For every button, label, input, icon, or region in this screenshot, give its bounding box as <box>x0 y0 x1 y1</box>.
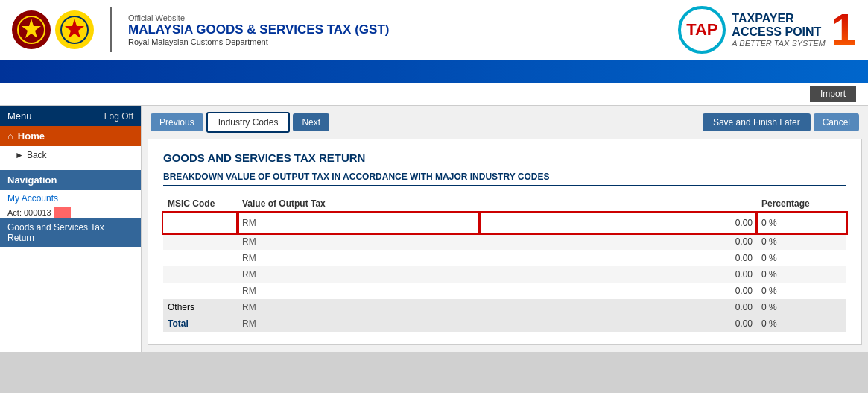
tap-text: TAXPAYER ACCESS POINT A BETTER TAX SYSTE… <box>732 12 825 48</box>
site-title: MALAYSIA GOODS & SERVICES TAX (GST) <box>128 22 389 37</box>
table-row: RM 0.00 0 % <box>163 233 846 250</box>
pct-cell: 0 % <box>757 233 846 250</box>
rm-label: RM <box>238 250 479 266</box>
value-cell: 0.00 <box>479 250 757 266</box>
pct-cell: 0 % <box>757 250 846 266</box>
act-label: Act: 000013 <box>0 207 141 218</box>
navigation-header: Navigation <box>0 170 141 190</box>
nav-bar <box>0 60 868 83</box>
msic-cell <box>163 266 238 283</box>
form-title: GOODS AND SERVICES TAX RETURN <box>163 151 846 164</box>
main-layout: Menu Log Off ⌂ Home ► Back Navigation My… <box>0 106 868 352</box>
total-row: Total RM 0.00 0 % <box>163 315 846 332</box>
industry-codes-button[interactable]: Industry Codes <box>206 112 291 133</box>
cancel-button[interactable]: Cancel <box>814 113 859 131</box>
logos <box>12 10 94 49</box>
col-header-value: Value of Output Tax <box>238 195 757 213</box>
home-button[interactable]: ⌂ Home <box>0 126 141 146</box>
rm-label: RM <box>238 283 479 299</box>
save-finish-button[interactable]: Save and Finish Later <box>703 113 811 131</box>
official-website: Official Website <box>128 13 389 22</box>
tap-circle: TAP <box>678 6 726 54</box>
pct-cell: 0 % <box>757 283 846 299</box>
import-button[interactable]: Import <box>810 86 856 102</box>
table-row: RM 0.00 0 % <box>163 250 846 266</box>
content: Previous Industry Codes Next Save and Fi… <box>142 106 868 352</box>
msic-cell <box>163 213 238 234</box>
better-tax-label: A BETTER TAX SYSTEM <box>732 39 825 48</box>
previous-button[interactable]: Previous <box>151 113 203 131</box>
value-cell: 0.00 <box>479 233 757 250</box>
my-accounts-link[interactable]: My Accounts <box>0 190 141 207</box>
sidebar: Menu Log Off ⌂ Home ► Back Navigation My… <box>0 106 142 352</box>
pct-cell: 0 % <box>757 266 846 283</box>
header-left: Official Website MALAYSIA GOODS & SERVIC… <box>12 7 389 52</box>
back-label: Back <box>27 150 47 160</box>
home-icon: ⌂ <box>7 131 13 142</box>
others-rm: RM <box>238 299 479 315</box>
header: Official Website MALAYSIA GOODS & SERVIC… <box>0 0 868 60</box>
chevron-right-icon: ► <box>15 150 24 160</box>
table-row: RM 0.00 0 % <box>163 283 846 299</box>
form-subtitle: BREAKDOWN VALUE OF OUTPUT TAX IN ACCORDA… <box>163 172 846 186</box>
home-label: Home <box>18 131 45 142</box>
header-divider <box>110 7 112 52</box>
logoff-button[interactable]: Log Off <box>104 110 133 122</box>
value-cell: 0.00 <box>479 283 757 299</box>
menu-label: Menu <box>7 110 32 122</box>
access-point-label: ACCESS POINT <box>732 25 825 39</box>
others-pct: 0 % <box>757 299 846 315</box>
others-row: Others RM 0.00 0 % <box>163 299 846 315</box>
msic-input[interactable] <box>168 216 212 230</box>
back-button[interactable]: ► Back <box>0 146 141 164</box>
col-header-msic: MSIC Code <box>163 195 238 213</box>
coat-of-arms-1 <box>12 10 51 49</box>
others-value: 0.00 <box>479 299 757 315</box>
form-area: GOODS AND SERVICES TAX RETURN BREAKDOWN … <box>148 139 862 345</box>
account-highlight <box>54 207 71 218</box>
col-header-percentage: Percentage <box>757 195 846 213</box>
value-cell: 0.00 <box>479 266 757 283</box>
value-cell: 0.00 <box>479 213 757 234</box>
msic-cell <box>163 250 238 266</box>
total-pct: 0 % <box>757 315 846 332</box>
sidebar-topbar: Menu Log Off <box>0 106 141 126</box>
coat-of-arms-2 <box>55 10 94 49</box>
tap-number: 1 <box>831 7 856 52</box>
total-label: Total <box>163 315 238 332</box>
pct-cell: 0 % <box>757 213 846 234</box>
table-row: RM 0.00 0 % <box>163 266 846 283</box>
table-row: RM 0.00 0 % <box>163 213 846 234</box>
others-label: Others <box>163 299 238 315</box>
msic-cell <box>163 283 238 299</box>
rm-label: RM <box>238 233 479 250</box>
tax-table: MSIC Code Value of Output Tax Percentage… <box>163 195 846 332</box>
taxpayer-label: TAXPAYER <box>732 12 825 25</box>
total-value: 0.00 <box>479 315 757 332</box>
tap-logo: TAP TAXPAYER ACCESS POINT A BETTER TAX S… <box>678 6 856 54</box>
header-text: Official Website MALAYSIA GOODS & SERVIC… <box>128 13 389 46</box>
rm-label: RM <box>238 266 479 283</box>
site-subtitle: Royal Malaysian Customs Department <box>128 37 389 46</box>
msic-cell <box>163 233 238 250</box>
total-rm: RM <box>238 315 479 332</box>
import-bar: Import <box>0 83 868 106</box>
header-right: TAP TAXPAYER ACCESS POINT A BETTER TAX S… <box>678 6 856 54</box>
next-button[interactable]: Next <box>293 113 329 131</box>
rm-label: RM <box>238 213 479 234</box>
gst-return-link[interactable]: Goods and Services Tax Return <box>0 218 141 247</box>
toolbar: Previous Industry Codes Next Save and Fi… <box>142 106 868 139</box>
